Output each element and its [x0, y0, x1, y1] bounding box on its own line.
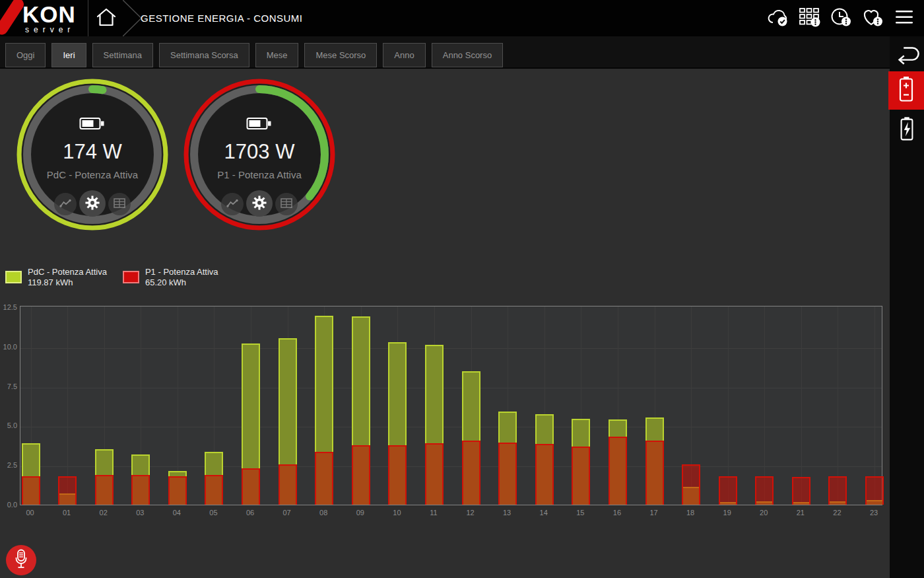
- gridline: [801, 307, 802, 505]
- y-tick-label: 12.5: [0, 303, 17, 311]
- favorites-heart-button[interactable]: [858, 3, 887, 34]
- y-tick-label: 7.5: [0, 382, 17, 390]
- chart-plot-area: [20, 306, 882, 505]
- gauge-settings-button[interactable]: [246, 190, 273, 217]
- bar-p1-08: [315, 452, 333, 505]
- tab-anno[interactable]: Anno: [383, 43, 425, 67]
- battery-charge-button[interactable]: [890, 114, 924, 146]
- legend-label: P1 - Potenza Attiva: [145, 267, 218, 277]
- bar-p1-18: [682, 464, 700, 505]
- tab-settimana-scorsa[interactable]: Settimana Scorsa: [159, 43, 249, 67]
- x-tick-label: 22: [824, 509, 850, 517]
- page-title: GESTIONE ENERGIA - CONSUMI: [141, 0, 303, 36]
- top-bar: KON server GESTIONE ENERGIA - CONSUMI: [0, 0, 924, 36]
- menu-button[interactable]: [890, 3, 919, 34]
- legend-swatch: [123, 271, 139, 283]
- x-tick-label: 04: [164, 509, 190, 517]
- bar-p1-02: [95, 475, 114, 505]
- topbar-icon-group: [763, 0, 919, 36]
- x-tick-label: 03: [127, 509, 153, 517]
- bar-p1-11: [425, 443, 444, 505]
- scheduler-clock-icon: [829, 6, 853, 30]
- cloud-sync-button[interactable]: [763, 3, 792, 34]
- legend-swatch: [5, 271, 22, 283]
- tab-settimana[interactable]: Settimana: [92, 43, 154, 67]
- gauge-p1: 1703 W P1 - Potenza Attiva: [183, 78, 336, 231]
- gridline: [20, 388, 882, 388]
- back-button[interactable]: [890, 42, 924, 69]
- bar-p1-19: [719, 476, 737, 505]
- chart-legend: PdC - Potenza Attiva119.87 kWhP1 - Poten…: [5, 267, 218, 288]
- grid-table-icon: [280, 198, 292, 210]
- x-tick-label: 11: [420, 509, 447, 517]
- logo-main-text: KON: [22, 1, 76, 28]
- bar-p1-14: [535, 444, 554, 505]
- scheduler-clock-button[interactable]: [826, 3, 855, 34]
- tab-oggi[interactable]: Oggi: [5, 43, 46, 67]
- gear-icon: [85, 196, 100, 212]
- chart-line-icon: [226, 199, 238, 210]
- app-logo[interactable]: KON server: [0, 0, 86, 36]
- x-tick-label: 02: [90, 509, 117, 517]
- battery-level-icon: [16, 116, 169, 131]
- bar-p1-09: [352, 445, 370, 505]
- tab-anno-scorso[interactable]: Anno Scorso: [432, 43, 503, 67]
- legend-value: 65.20 kWh: [145, 277, 218, 288]
- battery-icon: [896, 75, 916, 106]
- app-root: KON server GESTIONE ENERGIA - CONSUMI: [0, 0, 924, 578]
- bar-p1-07: [279, 464, 297, 505]
- x-tick-label: 19: [714, 509, 741, 517]
- gridline: [874, 307, 875, 505]
- x-tick-label: 08: [310, 509, 337, 517]
- x-tick-label: 12: [457, 509, 484, 517]
- bar-p1-20: [755, 476, 774, 505]
- x-tick-label: 10: [383, 509, 410, 517]
- cloud-sync-icon: [765, 6, 790, 30]
- gauge-label: PdC - Potenza Attiva: [16, 169, 169, 180]
- bar-p1-22: [828, 476, 847, 505]
- legend-item-1[interactable]: P1 - Potenza Attiva65.20 kWh: [123, 267, 218, 288]
- gauge-pdc: 174 W PdC - Potenza Attiva: [16, 78, 169, 231]
- x-tick-label: 01: [53, 509, 80, 517]
- bar-p1-16: [609, 437, 627, 505]
- bar-p1-06: [242, 468, 260, 505]
- gear-icon: [252, 196, 267, 212]
- legend-label: PdC - Potenza Attiva: [28, 267, 107, 277]
- modules-grid-icon: [797, 6, 821, 30]
- x-tick-label: 17: [641, 509, 667, 517]
- period-tab-bar: OggiIeriSettimanaSettimana ScorsaMeseMes…: [0, 36, 924, 69]
- x-tick-label: 13: [494, 509, 520, 517]
- x-tick-label: 16: [604, 509, 630, 517]
- x-tick-label: 09: [347, 509, 374, 517]
- grid-table-icon: [114, 198, 125, 210]
- home-button[interactable]: [90, 0, 123, 36]
- y-tick-label: 0.0: [0, 501, 17, 509]
- gauge-table-button[interactable]: [108, 193, 131, 215]
- bar-p1-15: [572, 447, 590, 505]
- voice-mic-button[interactable]: [6, 545, 36, 575]
- gauge-settings-button[interactable]: [79, 190, 106, 217]
- x-tick-label: 21: [787, 509, 814, 517]
- bar-p1-17: [645, 441, 664, 505]
- gauge-value: 1703 W: [183, 140, 336, 164]
- legend-item-0[interactable]: PdC - Potenza Attiva119.87 kWh: [5, 267, 107, 288]
- gridline: [20, 427, 882, 427]
- gauge-chart-button[interactable]: [221, 193, 244, 215]
- microphone-icon: [12, 548, 30, 573]
- modules-grid-button[interactable]: [795, 3, 824, 34]
- gauge-table-button[interactable]: [275, 193, 298, 215]
- battery-level-icon: [183, 116, 336, 131]
- gauge-chart-button[interactable]: [54, 193, 77, 215]
- gridline: [20, 348, 882, 349]
- y-tick-label: 5.0: [0, 421, 17, 429]
- battery-section-button[interactable]: [888, 71, 924, 110]
- battery-charge-icon: [898, 116, 916, 145]
- bar-p1-10: [388, 445, 407, 505]
- tab-ieri[interactable]: Ieri: [51, 43, 86, 67]
- tab-mese[interactable]: Mese: [255, 43, 299, 67]
- back-icon: [893, 42, 921, 70]
- tab-mese-scorso[interactable]: Mese Scorso: [304, 43, 377, 67]
- x-tick-label: 15: [567, 509, 593, 517]
- x-tick-label: 20: [750, 509, 777, 517]
- home-icon: [94, 5, 118, 32]
